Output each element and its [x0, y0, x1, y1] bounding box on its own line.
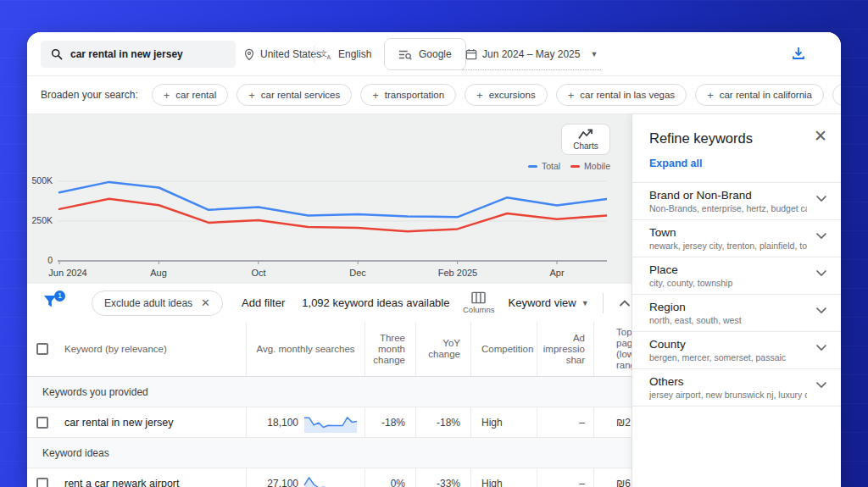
legend-swatch-mobile	[570, 165, 580, 168]
calendar-icon	[465, 48, 477, 60]
row-checkbox[interactable]	[36, 478, 48, 487]
refine-section-subtitle: city, county, township	[649, 278, 807, 288]
language-label: English	[338, 48, 371, 60]
broaden-chip-car-rental-las-vegas[interactable]: +car rental in las vegas	[556, 84, 687, 106]
legend-label-total: Total	[542, 161, 560, 171]
keyword-cell: rent a car newark airport	[58, 468, 246, 487]
toolbar-divider	[603, 293, 604, 313]
y-axis-tick-250k: 250K	[27, 215, 53, 225]
chip-label: car rental in california	[720, 90, 812, 100]
filter-button[interactable]: 1	[42, 294, 61, 313]
legend-total[interactable]: Total	[528, 161, 560, 171]
broaden-chip-car-rental-services[interactable]: +car rental services	[236, 84, 352, 106]
header-avg-monthly-searches[interactable]: Avg. monthly searches	[246, 322, 364, 376]
select-all-checkbox[interactable]	[36, 343, 48, 355]
y-axis-tick-0: 0	[27, 255, 53, 265]
charts-button-label: Charts	[573, 141, 598, 151]
legend-mobile[interactable]: Mobile	[570, 161, 610, 171]
header-ad-impression-share[interactable]: Ad impressio shar	[537, 322, 593, 376]
chip-label: car rental services	[261, 90, 340, 100]
plus-icon: +	[248, 90, 255, 101]
competition-cell: High	[470, 407, 537, 437]
download-button[interactable]	[790, 45, 809, 64]
svg-text:A: A	[327, 54, 331, 60]
google-network-icon	[398, 49, 412, 60]
network-selector[interactable]: Google	[384, 38, 466, 70]
date-range-selector[interactable]: Jun 2024 – May 2025 ▼	[462, 38, 601, 70]
view-selector[interactable]: Keyword view ▼	[509, 296, 589, 309]
header-three-month-change[interactable]: Three month change	[364, 322, 415, 376]
y-axis-tick-500k: 500K	[27, 175, 53, 185]
refine-sections: Brand or Non-Brand Non-Brands, enterpris…	[632, 182, 841, 407]
location-selector[interactable]: United States	[243, 32, 321, 76]
x-axis-tick-dec: Dec	[349, 268, 366, 278]
refine-keywords-panel: Refine keywords ✕ Expand all Brand or No…	[632, 114, 841, 487]
chevron-down-icon	[815, 381, 827, 389]
keyword-ideas-count: 1,092 keyword ideas available	[302, 296, 449, 309]
trend-chart-section: Charts Total Mobile 500K 250K 0 Jun 2024…	[27, 114, 632, 284]
refine-section-title: Town	[649, 226, 807, 239]
chart-legend: Total Mobile	[528, 161, 610, 171]
filter-chip-exclude-adult-ideas[interactable]: Exclude adult ideas ✕	[92, 291, 223, 316]
close-icon[interactable]: ✕	[814, 128, 827, 144]
refine-section-county[interactable]: County bergen, mercer, somerset, passaic	[632, 332, 841, 369]
refine-section-title: Region	[649, 301, 807, 313]
caret-down-icon: ▼	[590, 50, 598, 58]
translate-icon: 文 A	[320, 48, 333, 60]
chip-label: car rental	[175, 90, 216, 100]
competition-cell: High	[470, 468, 537, 487]
date-range-label: Jun 2024 – May 2025	[482, 48, 580, 60]
x-axis-tick-apr: Apr	[549, 268, 564, 278]
avg-searches-value: 18,100	[267, 417, 298, 429]
broaden-chip-car-rental[interactable]: +car rental	[152, 84, 229, 106]
refine-section-subtitle: north, east, south, west	[649, 315, 807, 325]
refine-section-subtitle: bergen, mercer, somerset, passaic	[649, 352, 807, 362]
refine-section-title: Others	[649, 375, 807, 388]
search-volume-sparkline	[303, 473, 358, 487]
chevron-down-icon	[815, 195, 827, 202]
header-competition[interactable]: Competition	[470, 322, 537, 376]
language-selector[interactable]: 文 A English	[320, 32, 371, 76]
collapse-table-button[interactable]	[617, 296, 632, 311]
ad-impression-share-cell: –	[537, 468, 593, 487]
x-axis-tick-feb2025: Feb 2025	[438, 268, 477, 278]
plus-icon: +	[476, 90, 483, 101]
refine-section-others[interactable]: Others jersey airport, new brunswick nj,…	[632, 369, 841, 407]
columns-button[interactable]: Columns	[463, 291, 495, 314]
search-input[interactable]: car rental in new jersey	[41, 41, 236, 68]
chevron-down-icon	[815, 344, 827, 351]
three-month-change-cell: -18%	[364, 407, 415, 437]
refine-section-title: County	[649, 338, 807, 351]
broaden-chip-car-rental-california[interactable]: +car rental in california	[695, 84, 824, 106]
line-chart-icon	[578, 129, 593, 140]
refine-section-region[interactable]: Region north, east, south, west	[632, 295, 841, 332]
header-yoy-change[interactable]: YoY change	[415, 322, 470, 376]
location-pin-icon	[243, 48, 255, 61]
filter-count-badge: 1	[54, 291, 65, 302]
avg-searches-value: 27,100	[267, 478, 298, 487]
charts-toggle-button[interactable]: Charts	[561, 124, 610, 155]
add-filter-button[interactable]: Add filter	[242, 296, 285, 309]
legend-label-mobile: Mobile	[584, 161, 610, 171]
chip-label: transportation	[385, 90, 444, 100]
chip-label: excursions	[489, 90, 536, 100]
expand-all-link[interactable]: Expand all	[649, 158, 703, 169]
broaden-chip-excursions[interactable]: +excursions	[465, 84, 548, 106]
broaden-chip-transportation[interactable]: +transportation	[360, 84, 456, 106]
plus-icon: +	[707, 90, 714, 101]
header-keyword[interactable]: Keyword (by relevance)	[58, 322, 246, 376]
row-checkbox[interactable]	[36, 417, 48, 429]
columns-icon	[471, 291, 486, 304]
search-query-text: car rental in new jersey	[70, 48, 183, 60]
remove-filter-icon[interactable]: ✕	[201, 296, 210, 309]
refine-section-place[interactable]: Place city, county, township	[632, 257, 841, 295]
table-toolbar-right: Columns Keyword view ▼	[463, 284, 632, 322]
refine-section-subtitle: newark, jersey city, trenton, plainfield…	[649, 241, 807, 251]
columns-label: Columns	[463, 305, 495, 314]
yoy-change-cell: -33%	[415, 468, 470, 487]
refine-section-town[interactable]: Town newark, jersey city, trenton, plain…	[632, 220, 841, 257]
refine-section-brand[interactable]: Brand or Non-Brand Non-Brands, enterpris…	[632, 183, 841, 220]
broaden-chip-car-rental-san-francisco[interactable]: +car rental in san francisco	[832, 84, 841, 106]
refine-section-title: Place	[649, 263, 807, 276]
view-selector-label: Keyword view	[509, 296, 576, 309]
